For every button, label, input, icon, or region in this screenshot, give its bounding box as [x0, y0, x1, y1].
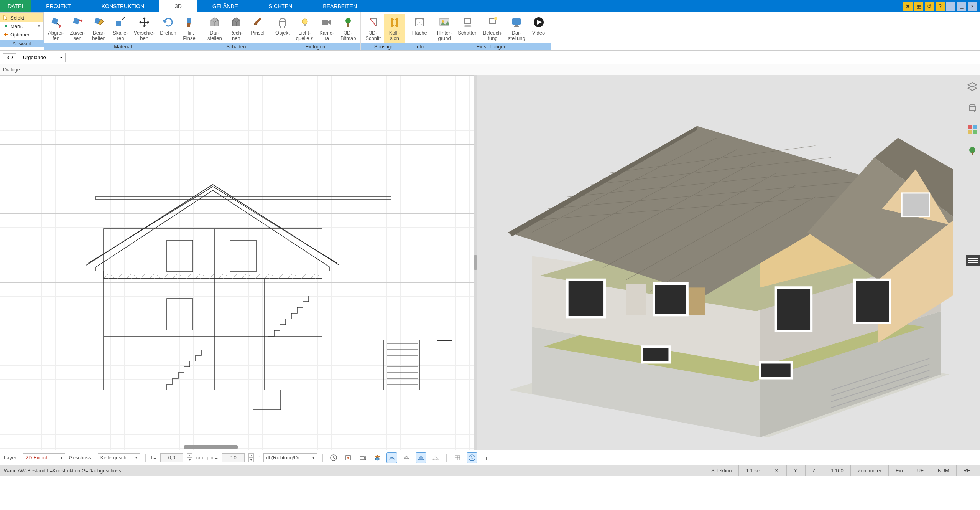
side-drawer-handle[interactable] — [966, 255, 980, 266]
ribbon-darstellung-button[interactable]: Dar-stellung — [505, 14, 528, 43]
menu-sichten[interactable]: SICHTEN — [253, 0, 307, 12]
ribbon-abgreifen-button[interactable]: Abgrei-fen — [45, 14, 67, 43]
ribbon-drehen-button[interactable]: Drehen — [157, 14, 179, 43]
svg-rect-87 — [973, 125, 977, 129]
flaeche-icon — [413, 16, 426, 29]
btn-tool2[interactable]: ▦ — [914, 2, 923, 11]
group-label-sonstige: Sonstige — [361, 43, 407, 50]
ribbon-pinsel-button[interactable]: Pinsel — [247, 14, 268, 43]
menu-konstruktion[interactable]: KONSTRUKTION — [86, 0, 159, 12]
pane-2d-view[interactable] — [0, 75, 474, 450]
ribbon-kollision-button[interactable]: Kolli-sion — [384, 14, 405, 43]
ribbon-lichtquelle-button[interactable]: Licht-quelle ▾ — [293, 14, 316, 43]
menubar: DATEI PROJEKT KONSTRUKTION 3D GELÄNDE SI… — [0, 0, 980, 12]
btn-help[interactable]: ? — [936, 2, 945, 11]
ribbon-kamera-button[interactable]: Kame-ra — [316, 14, 337, 43]
dl-select[interactable]: dl (Richtung/Di ▾ — [263, 453, 317, 462]
mark-button[interactable]: Mark. ▼ — [0, 22, 43, 30]
group-label-info: Info — [407, 43, 432, 50]
btn-tool3[interactable]: ↺ — [925, 2, 934, 11]
group-label-einfügen: Einfügen — [270, 43, 360, 50]
furniture-icon[interactable] — [965, 101, 979, 115]
l-input[interactable]: 0,0 — [160, 453, 183, 462]
ribbon-bitmap3d-label2: Bitmap — [340, 36, 356, 41]
geschoss-label: Geschoss : — [69, 455, 94, 460]
clock-icon[interactable] — [328, 452, 339, 463]
surface-mode-icon[interactable] — [386, 452, 397, 463]
wireframe-icon[interactable] — [401, 452, 412, 463]
bottom-toolbar: Layer : 2D Einricht ▾ Geschoss : Kellerg… — [0, 450, 980, 465]
layers-icon[interactable] — [965, 80, 979, 94]
ribbon-darstellung-label1: Dar- — [512, 30, 521, 36]
ribbon-abgreifen-label1: Abgrei- — [48, 30, 64, 36]
phi-spinner[interactable]: ▴▾ — [248, 453, 254, 462]
geschoss-select[interactable]: Kellergesch ▾ — [98, 453, 140, 462]
ribbon-rechnen-button[interactable]: Rech-nen — [225, 14, 247, 43]
ribbon-bearbeiten-button[interactable]: Bear-beiten — [88, 14, 110, 43]
shaded-icon[interactable] — [416, 452, 426, 463]
ribbon-kollision-label1: Kolli- — [389, 30, 400, 36]
btn-tool1[interactable]: ✖ — [903, 2, 913, 11]
btn-minimize[interactable]: – — [946, 2, 955, 11]
phi-input[interactable]: 0,0 — [222, 453, 245, 462]
status-ein: Ein — [888, 465, 910, 476]
ribbon-hintergrund-button[interactable]: Hinter-grund — [434, 14, 455, 43]
pane-splitter[interactable] — [474, 75, 477, 450]
layer-select[interactable]: 2D Einricht ▾ — [23, 453, 65, 462]
zuweisen-icon — [71, 16, 84, 29]
menu-bearbeiten[interactable]: BEARBEITEN — [307, 0, 372, 12]
ribbon-selection-column: Selekt Mark. ▼ Optionen Auswahl — [0, 12, 44, 50]
ribbon-abgreifen-label2: fen — [53, 36, 59, 41]
hintergrund-icon — [438, 16, 451, 29]
info-icon[interactable]: i — [481, 452, 492, 463]
svg-rect-22 — [515, 25, 518, 26]
tree-icon[interactable] — [965, 144, 979, 158]
kamera-icon — [320, 16, 333, 29]
plus-icon — [3, 31, 9, 38]
svg-rect-13 — [347, 23, 349, 27]
svg-rect-95 — [360, 457, 364, 460]
layers-toggle-icon[interactable] — [372, 452, 383, 463]
btn-close[interactable]: × — [968, 2, 977, 11]
ribbon-bitmap3d-button[interactable]: 3D-Bitmap — [337, 14, 359, 43]
svg-rect-42 — [230, 240, 256, 272]
svg-rect-78 — [855, 280, 890, 323]
ribbon-schatten-button[interactable]: Schatten — [455, 14, 480, 43]
ribbon-flaeche-button[interactable]: Fläche — [409, 14, 430, 43]
hidden-lines-icon[interactable] — [430, 452, 441, 463]
group-label-auswahl: Auswahl — [0, 40, 44, 47]
ribbon-objekt-button[interactable]: Objekt — [272, 14, 293, 43]
camera-icon[interactable] — [357, 452, 368, 463]
svg-rect-2 — [73, 18, 79, 24]
menu-datei[interactable]: DATEI — [0, 0, 31, 12]
ribbon-verschieben-label2: ben — [140, 36, 148, 41]
ribbon-zuweisen-button[interactable]: Zuwei-sen — [67, 14, 88, 43]
ribbon-skalieren-button[interactable]: Skalie-ren — [110, 14, 131, 43]
ribbon-pinsel-label1: Pinsel — [251, 30, 264, 36]
svg-rect-86 — [968, 125, 972, 129]
ribbon-hinpinsel-button[interactable]: Hin.Pinsel — [179, 14, 201, 43]
menu-3d[interactable]: 3D — [159, 0, 197, 12]
btn-maximize[interactable]: ▢ — [957, 2, 966, 11]
ribbon-beleuchtung-button[interactable]: Beleuch-tung — [480, 14, 505, 43]
menu-gelaende[interactable]: GELÄNDE — [197, 0, 253, 12]
ribbon-darstellen-button[interactable]: Dar-stellen — [204, 14, 225, 43]
l-spinner[interactable]: ▴▾ — [187, 453, 192, 462]
selekt-button[interactable]: Selekt — [0, 13, 43, 22]
svg-point-90 — [969, 147, 975, 153]
terrain-select[interactable]: Urgelände ▾ — [20, 53, 66, 62]
optionen-button[interactable]: Optionen — [0, 30, 43, 39]
ribbon-verschieben-button[interactable]: Verschie-ben — [131, 14, 157, 43]
svg-rect-25 — [104, 271, 322, 390]
pane-3d-view[interactable] — [477, 75, 980, 450]
ribbon-schnitt3d-button[interactable]: 3D-Schnitt — [362, 14, 384, 43]
target-icon[interactable] — [343, 452, 354, 463]
menu-projekt[interactable]: PROJEKT — [31, 0, 86, 12]
color-palette-icon[interactable] — [965, 123, 979, 137]
ribbon-video-button[interactable]: Video — [528, 14, 549, 43]
svg-rect-89 — [973, 130, 977, 134]
ribbon-group-einstellungen: Hinter-grundSchattenBeleuch-tungDar-stel… — [432, 12, 551, 50]
hscroll-thumb[interactable] — [184, 445, 238, 449]
north-icon[interactable]: N — [467, 452, 477, 463]
grid-toggle-icon[interactable] — [452, 452, 463, 463]
